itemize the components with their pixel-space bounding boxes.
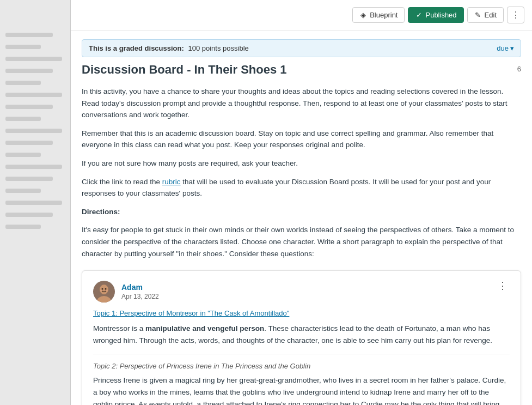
- graded-banner: This is a graded discussion: 100 points …: [82, 39, 521, 57]
- discussion-para-1: In this activity, you have a chance to s…: [82, 86, 521, 121]
- check-icon: ✓: [415, 11, 423, 19]
- discussion-para-2: Remember that this is an academic discus…: [82, 128, 521, 151]
- comment-paragraph1: Montressor is a manipulative and vengefu…: [93, 323, 510, 346]
- svg-point-4: [105, 288, 107, 290]
- discussion-title-row: Discussion Board - In Their Shoes 1 6: [82, 63, 521, 77]
- sidebar-line-10: [5, 141, 53, 145]
- toolbar: ◈ Blueprint ✓ Published ✎ Edit ⋮: [71, 0, 532, 31]
- comment-topic1-link[interactable]: Topic 1: Perspective of Montresor in "Th…: [93, 309, 289, 317]
- comment-date: Apr 13, 2022: [121, 293, 159, 300]
- comment-more-button[interactable]: ⋮: [496, 281, 510, 291]
- discussion-para-6: It's easy for people to get stuck in the…: [82, 224, 521, 259]
- discussion-para-3: If you are not sure how many posts are r…: [82, 158, 521, 170]
- sidebar-line-3: [5, 57, 62, 61]
- edit-button[interactable]: ✎ Edit: [467, 7, 504, 23]
- sidebar-line-9: [5, 129, 62, 133]
- more-icon: ⋮: [511, 10, 520, 20]
- due-button[interactable]: due ▾: [497, 44, 514, 52]
- comment-author-name: Adam: [121, 283, 159, 292]
- comment-para1-bold: manipulative and vengeful person: [145, 324, 264, 333]
- comment-paragraph2: Princess Irene is given a magical ring b…: [93, 374, 510, 405]
- discussion-para-4: Click the link to read the rubric that w…: [82, 176, 521, 200]
- graded-label: This is a graded discussion:: [89, 44, 184, 52]
- main-content: ◈ Blueprint ✓ Published ✎ Edit ⋮ This is…: [71, 0, 532, 405]
- blueprint-button[interactable]: ◈ Blueprint: [352, 7, 405, 23]
- published-button[interactable]: ✓ Published: [408, 7, 463, 23]
- discussion-count: 6: [517, 65, 521, 73]
- sidebar-line-2: [5, 45, 41, 49]
- avatar: [93, 281, 115, 303]
- sidebar-line-14: [5, 189, 41, 193]
- sidebar-line-8: [5, 117, 41, 121]
- more-options-button[interactable]: ⋮: [507, 7, 524, 23]
- comment-card: Adam Apr 13, 2022 ⋮ Topic 1: Perspective…: [82, 270, 521, 405]
- comment-meta: Adam Apr 13, 2022: [121, 283, 159, 300]
- sidebar-line-17: [5, 225, 41, 229]
- svg-point-6: [106, 290, 108, 291]
- blueprint-icon: ◈: [359, 11, 367, 19]
- pencil-icon: ✎: [474, 11, 482, 19]
- comment-topic2: Topic 2: Perspective of Princess Irene i…: [93, 362, 510, 370]
- discussion-area: This is a graded discussion: 100 points …: [71, 31, 532, 405]
- left-sidebar: [0, 0, 71, 405]
- graded-points: 100 points possible: [188, 44, 248, 52]
- discussion-directions: Directions:: [82, 206, 521, 218]
- topic-divider: [93, 354, 510, 354]
- sidebar-line-16: [5, 213, 53, 217]
- svg-point-3: [102, 288, 103, 290]
- edit-label: Edit: [485, 11, 497, 19]
- due-label: due: [497, 44, 509, 52]
- sidebar-line-4: [5, 69, 53, 73]
- sidebar-line-13: [5, 177, 53, 181]
- svg-point-5: [100, 290, 102, 291]
- sidebar-line-5: [5, 81, 41, 85]
- discussion-title: Discussion Board - In Their Shoes 1: [82, 63, 287, 77]
- rubric-link[interactable]: rubric: [162, 178, 181, 186]
- published-label: Published: [425, 11, 456, 19]
- sidebar-line-12: [5, 165, 62, 169]
- sidebar-line-7: [5, 105, 53, 109]
- discussion-body: In this activity, you have a chance to s…: [82, 86, 521, 259]
- svg-point-1: [100, 285, 108, 294]
- sidebar-line-11: [5, 153, 41, 157]
- comment-para1-pre: Montressor is a: [93, 324, 145, 333]
- comment-author-row: Adam Apr 13, 2022: [93, 281, 159, 303]
- blueprint-label: Blueprint: [370, 11, 398, 19]
- sidebar-line-1: [5, 33, 53, 37]
- chevron-down-icon: ▾: [510, 44, 514, 52]
- comment-header: Adam Apr 13, 2022 ⋮: [93, 281, 510, 303]
- sidebar-line-6: [5, 93, 62, 97]
- graded-text: This is a graded discussion: 100 points …: [89, 44, 249, 52]
- sidebar-line-15: [5, 201, 62, 205]
